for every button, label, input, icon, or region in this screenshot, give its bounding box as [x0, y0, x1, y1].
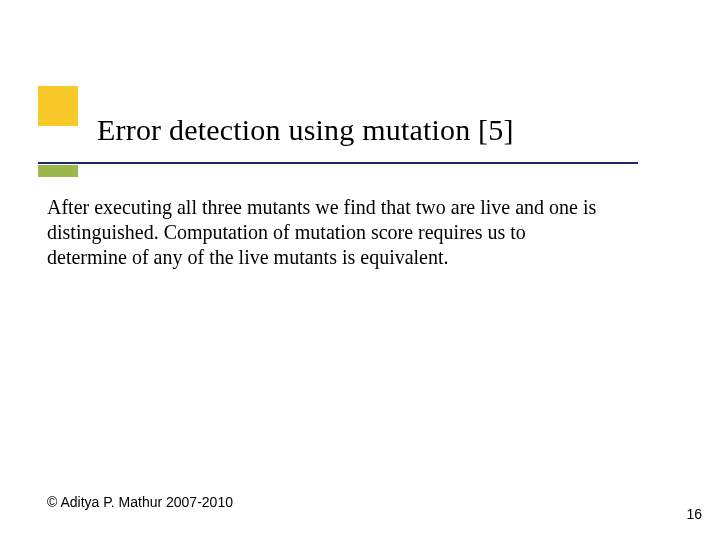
- page-number: 16: [686, 506, 702, 522]
- slide-title: Error detection using mutation [5]: [97, 113, 514, 147]
- footer-copyright: © Aditya P. Mathur 2007-2010: [47, 494, 233, 510]
- accent-green-bar: [38, 165, 78, 177]
- accent-yellow-square: [38, 86, 78, 126]
- title-underline: [38, 162, 638, 164]
- slide-body-text: After executing all three mutants we fin…: [47, 195, 607, 270]
